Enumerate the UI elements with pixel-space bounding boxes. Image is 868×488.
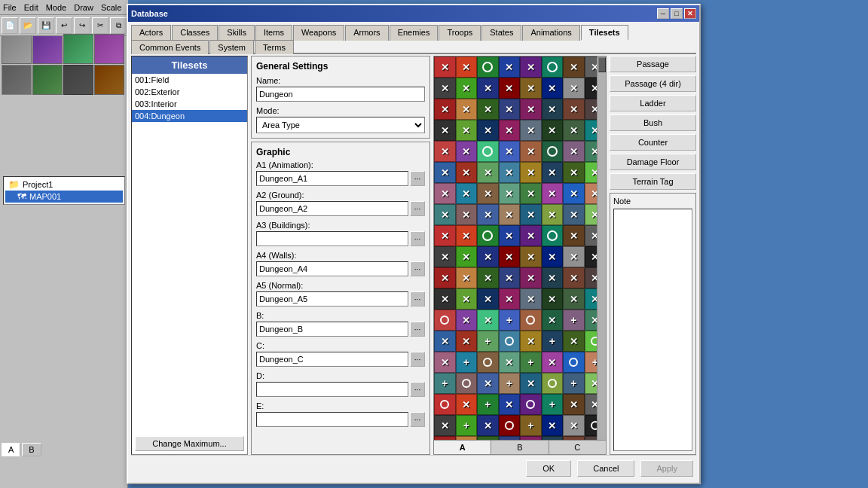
tile-cell[interactable]: +	[477, 331, 499, 352]
tab-terms[interactable]: Terms	[255, 40, 294, 54]
tile-cell[interactable]: ✕	[499, 394, 521, 415]
mode-select[interactable]: World Map Area Type Side View Battle	[256, 117, 425, 133]
tile-cell[interactable]: ✕	[477, 99, 499, 120]
d-browse-btn[interactable]: ···	[410, 382, 425, 397]
tab-classes[interactable]: Classes	[172, 25, 218, 41]
minimize-btn[interactable]: ─	[657, 8, 669, 19]
tile-cell[interactable]: ✕	[434, 183, 456, 204]
thumb-6[interactable]	[32, 34, 63, 64]
tile-cell[interactable]: ✕	[563, 288, 585, 310]
tab-actors[interactable]: Actors	[131, 25, 171, 41]
open-btn[interactable]: 📂	[20, 17, 36, 34]
tile-cell[interactable]	[499, 415, 521, 436]
tile-cell[interactable]: ✕	[499, 267, 521, 288]
tile-cell[interactable]: ✕	[499, 99, 521, 120]
tile-cell[interactable]: ✕	[456, 183, 478, 204]
a1-browse-btn[interactable]: ···	[410, 171, 425, 186]
tab-animations[interactable]: Animations	[522, 25, 579, 41]
tile-cell[interactable]: +	[499, 373, 521, 394]
tile-cell[interactable]: ✕	[542, 183, 564, 204]
tile-cell[interactable]: ✕	[563, 183, 585, 204]
tile-cell[interactable]: ✕	[563, 246, 585, 267]
tile-cell[interactable]	[434, 310, 456, 331]
tile-cell[interactable]	[542, 373, 564, 394]
tab-tilesets[interactable]: Tilesets	[581, 25, 628, 41]
tile-cell[interactable]: ✕	[477, 78, 499, 99]
terrain-tag-button[interactable]: Terrain Tag	[610, 173, 696, 190]
a5-browse-btn[interactable]: ···	[410, 291, 425, 307]
tile-cell[interactable]: ✕	[520, 204, 542, 225]
tile-cell[interactable]: ✕	[563, 56, 585, 78]
tile-cell[interactable]: ✕	[456, 141, 478, 162]
tile-cell[interactable]: ✕	[477, 267, 499, 288]
tab-weapons[interactable]: Weapons	[293, 25, 344, 41]
tile-cell[interactable]: ✕	[499, 141, 521, 162]
tile-cell[interactable]: ✕	[499, 204, 521, 225]
tile-cell[interactable]: ✕	[542, 162, 564, 183]
tile-cell[interactable]: ✕	[456, 267, 478, 288]
tab-b[interactable]: B	[22, 443, 41, 456]
tile-cell[interactable]: +	[499, 310, 521, 331]
tileset-003[interactable]: 003:Interior	[132, 98, 247, 110]
tile-cell[interactable]: ✕	[563, 267, 585, 288]
name-input[interactable]	[256, 87, 425, 102]
tile-cell[interactable]	[477, 225, 499, 246]
tile-cell[interactable]: ✕	[434, 331, 456, 352]
tile-cell[interactable]: ✕	[520, 162, 542, 183]
counter-button[interactable]: Counter	[610, 134, 696, 151]
thumb-11[interactable]	[63, 65, 93, 95]
tile-cell[interactable]: ✕	[456, 310, 478, 331]
tile-cell[interactable]: ✕	[499, 183, 521, 204]
tab-system[interactable]: System	[209, 40, 254, 54]
tile-cell[interactable]: ✕	[434, 56, 456, 78]
tileset-list[interactable]: 001:Field 002:Exterior 003:Interior 004:…	[132, 74, 247, 433]
a1-input[interactable]	[256, 171, 408, 186]
tab-skills[interactable]: Skills	[219, 25, 255, 41]
tab-states[interactable]: States	[481, 25, 521, 41]
tile-cell[interactable]: ✕	[456, 394, 478, 415]
tile-cell[interactable]: ✕	[520, 120, 542, 141]
close-btn[interactable]: ✕	[684, 8, 696, 19]
tile-cell[interactable]	[520, 394, 542, 415]
undo-btn[interactable]: ↩	[56, 17, 72, 34]
tab-a[interactable]: A	[2, 443, 20, 456]
a2-input[interactable]	[256, 201, 408, 216]
tile-tab-c[interactable]: C	[549, 441, 606, 454]
tile-cell[interactable]: +	[456, 352, 478, 373]
thumb-9[interactable]	[2, 65, 32, 95]
c-input[interactable]	[256, 352, 408, 367]
tile-cell[interactable]: ✕	[520, 331, 542, 352]
tile-cell[interactable]: ✕	[542, 352, 564, 373]
ok-button[interactable]: OK	[526, 460, 571, 477]
tile-cell[interactable]: ✕	[542, 99, 564, 120]
a4-input[interactable]	[256, 261, 408, 276]
tile-cell[interactable]: ✕	[542, 267, 564, 288]
tile-cell[interactable]: ✕	[456, 225, 478, 246]
tile-cell[interactable]	[434, 394, 456, 415]
tile-cell[interactable]: ✕	[542, 310, 564, 331]
b-browse-btn[interactable]: ···	[410, 322, 425, 337]
tileset-001[interactable]: 001:Field	[132, 74, 247, 86]
tab-enemies[interactable]: Enemies	[390, 25, 439, 41]
map-item[interactable]: 🗺 MAP001	[5, 191, 123, 203]
cancel-button[interactable]: Cancel	[577, 460, 634, 477]
tab-items[interactable]: Items	[255, 25, 292, 41]
tile-cell[interactable]: ✕	[499, 352, 521, 373]
tile-cell[interactable]: +	[434, 373, 456, 394]
tile-cell[interactable]	[542, 141, 564, 162]
scale-menu[interactable]: Scale	[101, 3, 122, 12]
tile-cell[interactable]: ✕	[542, 436, 564, 440]
tile-cell[interactable]: +	[434, 436, 456, 440]
damage-floor-button[interactable]: Damage Floor	[610, 154, 696, 170]
tile-cell[interactable]: +	[520, 415, 542, 436]
tile-cell[interactable]: ✕	[520, 288, 542, 310]
tile-cell[interactable]: ✕	[456, 56, 478, 78]
tile-cell[interactable]: ✕	[542, 415, 564, 436]
tile-cell[interactable]: ✕	[456, 288, 478, 310]
tile-cell[interactable]: +	[520, 352, 542, 373]
tile-cell[interactable]: ✕	[563, 141, 585, 162]
tile-cell[interactable]: ✕	[434, 288, 456, 310]
tile-cell[interactable]: ✕	[434, 162, 456, 183]
tile-cell[interactable]	[477, 352, 499, 373]
tile-cell[interactable]: ✕	[434, 415, 456, 436]
